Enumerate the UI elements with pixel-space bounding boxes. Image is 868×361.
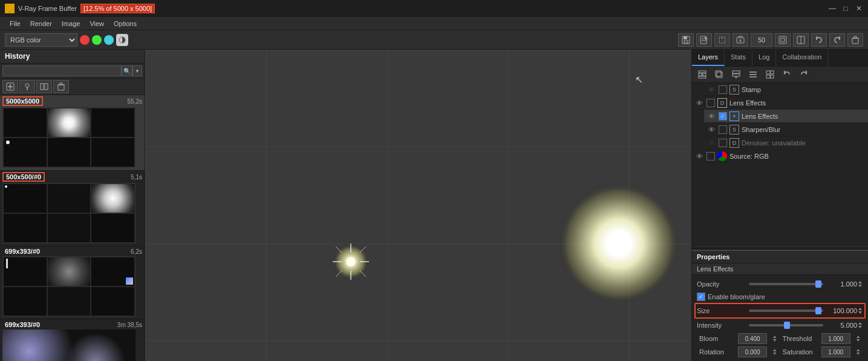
bloom-input[interactable] <box>738 333 767 344</box>
zoom-fit-button[interactable] <box>775 33 791 47</box>
rotation-saturation-row: Rotation Saturation <box>694 345 866 359</box>
layer-name: Source: RGB <box>729 153 769 160</box>
size-slider[interactable] <box>749 310 823 312</box>
intensity-slider[interactable] <box>749 324 823 326</box>
save-as-button[interactable] <box>696 33 712 47</box>
saturation-spinner[interactable] <box>855 346 861 357</box>
layer-checkbox[interactable] <box>706 152 715 161</box>
close-button[interactable]: ✕ <box>855 4 863 13</box>
history-item[interactable]: 699x393/#0 3m 38,5s <box>0 320 145 361</box>
canvas-area[interactable]: ↖ <box>145 50 691 361</box>
layer-icon: + <box>729 111 739 121</box>
menu-view[interactable]: View <box>85 19 109 28</box>
svg-rect-44 <box>716 71 721 76</box>
svg-rect-12 <box>779 36 786 44</box>
saturation-label: Saturation <box>783 348 817 356</box>
list-mode-button[interactable] <box>762 68 778 81</box>
load-button[interactable] <box>733 33 748 47</box>
threshold-spinner[interactable] <box>855 333 861 344</box>
region-button[interactable] <box>714 33 730 47</box>
layer-item-display-correction[interactable]: 👁 D Lens Effects <box>692 96 868 110</box>
history-item[interactable]: 699x393/#0 6,2s <box>0 247 145 320</box>
history-item[interactable]: 500x500/#0 5,1s <box>0 171 145 247</box>
enable-bloom-row: ✓ Enable bloom/glare <box>694 291 866 303</box>
light-source-left <box>333 243 369 280</box>
menu-render[interactable]: Render <box>25 19 57 28</box>
add-layer-button[interactable] <box>694 68 710 81</box>
saturation-input[interactable] <box>821 346 850 357</box>
enable-bloom-checkbox[interactable]: ✓ <box>697 293 705 301</box>
history-search-input[interactable] <box>2 65 122 76</box>
size-spinner[interactable] <box>857 305 863 316</box>
maximize-button[interactable]: □ <box>841 4 850 13</box>
layer-checkbox[interactable] <box>706 99 715 107</box>
save-button[interactable] <box>678 33 694 47</box>
menu-image[interactable]: Image <box>57 19 85 28</box>
svg-rect-13 <box>781 38 785 42</box>
layer-checkbox[interactable] <box>719 125 727 134</box>
green-channel-button[interactable] <box>92 35 102 45</box>
layer-item-stamp[interactable]: 👁 S Stamp <box>704 83 868 96</box>
color-mode-select[interactable]: RGB color Luminance Alpha <box>5 33 77 47</box>
merge-layer-button[interactable] <box>728 68 744 81</box>
undo-layer-button[interactable] <box>779 68 795 81</box>
svg-point-37 <box>558 183 679 304</box>
layer-visibility-toggle[interactable]: 👁 <box>706 138 716 148</box>
intensity-spinner[interactable] <box>857 320 863 331</box>
svg-rect-53 <box>766 75 770 78</box>
redo-layer-button[interactable] <box>796 68 812 81</box>
compare-button[interactable] <box>793 33 809 47</box>
layer-visibility-toggle[interactable]: 👁 <box>706 85 716 94</box>
layer-item-source-rgb[interactable]: 👁 Source: RGB <box>692 150 868 163</box>
zoom-level-input[interactable] <box>751 33 772 47</box>
rotation-input[interactable] <box>738 346 767 357</box>
red-channel-button[interactable] <box>80 35 90 45</box>
clone-layer-button[interactable] <box>711 68 727 81</box>
bw-channel-button[interactable] <box>116 34 128 46</box>
tab-log[interactable]: Log <box>752 50 776 66</box>
delete-history-button[interactable] <box>53 80 69 93</box>
clear-button[interactable] <box>847 33 863 47</box>
threshold-input[interactable] <box>821 333 850 344</box>
minimize-button[interactable]: — <box>828 4 837 13</box>
undo-button[interactable] <box>811 33 827 47</box>
compare-history-button[interactable] <box>36 80 52 93</box>
opacity-slider[interactable] <box>749 283 823 285</box>
menu-options[interactable]: Options <box>109 19 142 28</box>
layer-checkbox[interactable]: ✓ <box>719 112 727 121</box>
intensity-value: 5.000 <box>827 322 857 329</box>
tab-stats[interactable]: Stats <box>725 50 752 66</box>
menu-file[interactable]: File <box>5 19 25 28</box>
svg-rect-52 <box>771 71 774 74</box>
svg-rect-4 <box>684 36 687 39</box>
layer-name: Sharpen/Blur <box>742 126 780 133</box>
bloom-threshold-row: Bloom Threshold <box>694 332 866 345</box>
layer-visibility-toggle[interactable]: 👁 <box>694 151 704 161</box>
layer-item-denoiser[interactable]: 👁 D Denoiser: unavailable <box>704 136 868 150</box>
layer-checkbox[interactable] <box>719 139 727 147</box>
history-item[interactable]: 5000x5000 55,2s <box>0 95 145 171</box>
layer-visibility-toggle[interactable]: 👁 <box>706 111 716 121</box>
pin-button[interactable] <box>19 80 35 93</box>
redo-button[interactable] <box>829 33 845 47</box>
add-render-button[interactable] <box>2 80 18 93</box>
menu-bar: File Render Image View Options <box>0 17 868 30</box>
cyan-channel-button[interactable] <box>104 35 114 45</box>
layer-visibility-toggle[interactable]: 👁 <box>694 98 704 108</box>
rotation-spinner[interactable] <box>772 346 777 357</box>
title-bar: V-Ray Frame Buffer [12.5% of 5000 x 5000… <box>0 0 868 17</box>
layer-item-sharpen-blur[interactable]: 👁 S Sharpen/Blur <box>704 123 868 136</box>
search-icon[interactable]: 🔍 <box>122 65 132 76</box>
search-menu-arrow[interactable]: ▼ <box>132 65 142 76</box>
bloom-spinner[interactable] <box>772 333 777 344</box>
intensity-label: Intensity <box>697 322 745 329</box>
tab-collaboration[interactable]: Collaboration <box>776 50 828 66</box>
layer-icon: D <box>717 98 727 108</box>
layer-visibility-toggle[interactable]: 👁 <box>706 125 716 134</box>
flatten-button[interactable] <box>745 68 761 81</box>
history-list: 5000x5000 55,2s 500x50 <box>0 95 145 361</box>
layer-item-lens-effects[interactable]: 👁 ✓ + Lens Effects <box>704 110 868 123</box>
tab-layers[interactable]: Layers <box>692 50 725 66</box>
layer-checkbox[interactable] <box>719 85 727 94</box>
opacity-spinner[interactable] <box>857 279 863 290</box>
